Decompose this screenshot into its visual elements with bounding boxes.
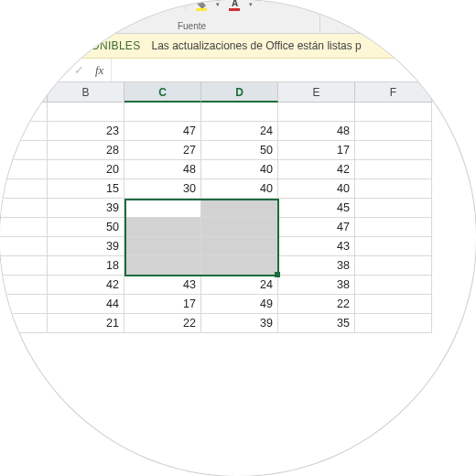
cell[interactable]: 27 [124,141,201,160]
ribbon-group-clipboard: Copiar formato ortapapeles [0,0,64,33]
cell[interactable]: 22 [124,314,201,333]
cell[interactable] [124,256,201,276]
cell[interactable]: 20 [48,160,124,179]
underline-button[interactable]: S▾ [119,0,137,14]
cell[interactable] [0,179,48,199]
cell[interactable] [355,141,432,160]
cell[interactable] [355,103,432,122]
column-header[interactable]: F [355,82,432,103]
cell[interactable] [201,218,278,237]
update-notification-bar[interactable]: ACTUALIZACIONES DISPONIBLES Las actualiz… [0,34,476,59]
cancel-formula-button[interactable]: ✕ [44,61,62,80]
cell[interactable]: 50 [48,218,124,237]
cell[interactable]: 48 [124,160,201,179]
accept-formula-button[interactable]: ✓ [70,61,88,80]
column-header[interactable]: A [0,82,48,103]
cell[interactable] [355,256,432,276]
cell[interactable] [0,103,48,122]
cell[interactable] [0,160,48,179]
cell[interactable]: 38 [278,256,355,276]
cell[interactable]: 47 [124,122,201,141]
cell[interactable] [124,103,201,122]
italic-button[interactable]: K [95,0,114,14]
cell[interactable]: 44 [48,295,124,314]
cell[interactable]: 24 [201,276,278,295]
cell[interactable]: 40 [201,160,278,179]
cell[interactable] [355,199,432,218]
cell[interactable] [355,237,432,256]
formula-input[interactable] [112,59,476,81]
fx-icon[interactable]: fx [95,63,103,78]
cell[interactable]: 50 [201,141,278,160]
cell[interactable]: 17 [278,141,355,160]
cell[interactable] [0,256,48,276]
column-header[interactable]: E [278,82,355,103]
chevron-down-icon [27,69,32,72]
cell[interactable]: 35 [278,314,355,333]
cell[interactable]: 38 [278,276,355,295]
cell[interactable]: 43 [278,237,355,256]
cell[interactable] [124,218,201,237]
cell[interactable]: 42 [48,276,124,295]
cell[interactable]: 47 [278,218,355,237]
align-center-button[interactable] [352,0,370,14]
cell[interactable]: 43 [124,276,201,295]
cell[interactable]: 49 [201,295,278,314]
cell[interactable] [0,199,48,218]
borders-button[interactable] [151,0,169,14]
cell[interactable]: 40 [278,179,355,199]
cell[interactable] [0,122,48,141]
cell[interactable] [0,276,48,295]
cell[interactable] [0,314,48,333]
ribbon: Copiar formato ortapapeles Calibri 11 [0,0,476,34]
cell[interactable]: 39 [201,314,278,333]
cell[interactable] [0,237,48,256]
cell[interactable] [355,276,432,295]
font-color-button[interactable]: A [225,0,243,14]
column-header[interactable]: B [48,82,124,103]
cell[interactable]: 24 [201,122,278,141]
cell[interactable] [0,295,48,314]
cell[interactable]: 40 [201,179,278,199]
cell[interactable] [355,295,432,314]
cell[interactable]: 28 [48,141,124,160]
cell[interactable] [355,314,432,333]
cell[interactable] [124,199,201,218]
ribbon-group-alignment [320,0,401,33]
cell[interactable]: 30 [124,179,201,199]
cell[interactable]: 23 [48,122,124,141]
ribbon-group-font: Calibri 11 A▴ A▾ N K [64,0,320,33]
align-left-button[interactable] [328,0,346,14]
cell[interactable]: 22 [278,295,355,314]
align-right-button[interactable] [375,0,394,14]
bold-button[interactable]: N [71,0,90,14]
cell[interactable] [355,179,432,199]
cell[interactable]: 21 [48,314,124,333]
spreadsheet-grid[interactable]: ABCDEF1223472448328275017420484042515304… [0,82,476,333]
fill-color-button[interactable] [192,0,211,14]
cell[interactable] [201,237,278,256]
cell[interactable] [124,237,201,256]
cell[interactable] [355,218,432,237]
svg-text:A: A [232,0,238,8]
cell[interactable] [48,103,124,122]
cell[interactable] [278,103,355,122]
cell[interactable]: 17 [124,295,201,314]
cell[interactable]: 15 [48,179,124,199]
cell[interactable] [0,218,48,237]
cell[interactable] [0,141,48,160]
cell[interactable]: 39 [48,237,124,256]
name-box[interactable]: C6 [0,59,37,81]
column-header[interactable]: C [124,82,201,103]
cell[interactable]: 48 [278,122,355,141]
cell[interactable]: 42 [278,160,355,179]
cell[interactable]: 39 [48,199,124,218]
cell[interactable] [201,199,278,218]
cell[interactable] [355,160,432,179]
cell[interactable]: 45 [278,199,355,218]
cell[interactable] [201,256,278,276]
cell[interactable]: 18 [48,256,124,276]
cell[interactable] [355,122,432,141]
column-header[interactable]: D [201,82,278,103]
cell[interactable] [201,103,278,122]
